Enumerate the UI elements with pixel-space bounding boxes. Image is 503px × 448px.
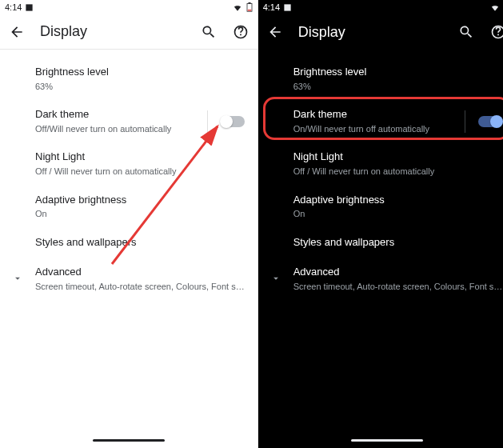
item-title: Dark theme bbox=[293, 108, 461, 122]
status-time: 4:14 bbox=[5, 2, 22, 12]
item-subtitle: Screen timeout, Auto-rotate screen, Colo… bbox=[293, 281, 503, 292]
help-button[interactable] bbox=[232, 23, 250, 41]
item-subtitle: On bbox=[35, 208, 245, 219]
nav-pill[interactable] bbox=[351, 439, 423, 442]
search-button[interactable] bbox=[457, 23, 475, 41]
back-button[interactable] bbox=[266, 23, 284, 41]
help-button[interactable] bbox=[489, 23, 503, 41]
svg-rect-0 bbox=[26, 4, 33, 10]
app-bar: Display bbox=[0, 14, 257, 50]
item-title: Dark theme bbox=[35, 108, 202, 122]
back-button[interactable] bbox=[8, 23, 26, 41]
item-subtitle: Off / Will never turn on automatically bbox=[293, 166, 503, 177]
phone-light: 4:14 Display Brightness level 63% bbox=[0, 0, 257, 448]
dark-theme-toggle[interactable] bbox=[221, 116, 245, 127]
item-subtitle: Off / Will never turn on automatically bbox=[35, 166, 245, 177]
item-subtitle: Screen timeout, Auto-rotate screen, Colo… bbox=[35, 281, 245, 292]
chevron-down-icon bbox=[11, 272, 24, 285]
item-title: Styles and wallpapers bbox=[35, 236, 245, 250]
dark-theme-item[interactable]: Dark theme On/Will never turn off automa… bbox=[258, 100, 503, 142]
night-light-item[interactable]: Night Light Off / Will never turn on aut… bbox=[258, 142, 503, 185]
screenshot-icon bbox=[25, 3, 34, 12]
item-subtitle: On/Will never turn off automatically bbox=[293, 123, 461, 134]
app-bar: Display bbox=[258, 14, 503, 50]
brightness-item[interactable]: Brightness level 63% bbox=[258, 58, 503, 100]
item-title: Advanced bbox=[35, 266, 245, 279]
dark-theme-toggle[interactable] bbox=[478, 116, 502, 127]
adaptive-brightness-item[interactable]: Adaptive brightness On bbox=[0, 186, 257, 228]
item-subtitle: 63% bbox=[293, 81, 503, 92]
settings-list: Brightness level 63% Dark theme Off/Will… bbox=[0, 50, 257, 300]
item-title: Brightness level bbox=[35, 66, 245, 79]
battery-icon bbox=[246, 2, 253, 12]
search-button[interactable] bbox=[200, 23, 218, 41]
settings-list: Brightness level 63% Dark theme On/Will … bbox=[258, 50, 503, 300]
wifi-icon bbox=[232, 3, 243, 12]
item-subtitle: Off/Will never turn on automatically bbox=[35, 123, 202, 134]
advanced-item[interactable]: Advanced Screen timeout, Auto-rotate scr… bbox=[0, 258, 257, 300]
phone-dark: 4:14 Display Brightness level 63% bbox=[258, 0, 503, 448]
item-subtitle: On bbox=[293, 208, 503, 219]
screenshot-icon bbox=[283, 3, 292, 12]
styles-wallpapers-item[interactable]: Styles and wallpapers bbox=[258, 228, 503, 258]
item-title: Styles and wallpapers bbox=[293, 236, 503, 250]
night-light-item[interactable]: Night Light Off / Will never turn on aut… bbox=[0, 142, 257, 185]
svg-rect-3 bbox=[247, 10, 251, 11]
item-title: Brightness level bbox=[293, 66, 503, 79]
item-title: Adaptive brightness bbox=[293, 194, 503, 207]
advanced-item[interactable]: Advanced Screen timeout, Auto-rotate scr… bbox=[258, 258, 503, 300]
svg-rect-2 bbox=[248, 2, 250, 4]
status-bar: 4:14 bbox=[0, 0, 257, 14]
item-title: Advanced bbox=[293, 266, 503, 279]
item-title: Night Light bbox=[293, 150, 503, 164]
divider bbox=[465, 110, 465, 133]
svg-rect-5 bbox=[284, 4, 290, 10]
status-bar: 4:14 bbox=[258, 0, 503, 14]
dark-theme-item[interactable]: Dark theme Off/Will never turn on automa… bbox=[0, 100, 257, 142]
item-title: Adaptive brightness bbox=[35, 194, 245, 207]
page-title: Display bbox=[298, 24, 444, 41]
page-title: Display bbox=[40, 23, 186, 40]
status-time: 4:14 bbox=[263, 2, 280, 12]
divider bbox=[207, 110, 208, 133]
chevron-down-icon bbox=[269, 272, 282, 285]
styles-wallpapers-item[interactable]: Styles and wallpapers bbox=[0, 228, 257, 258]
brightness-item[interactable]: Brightness level 63% bbox=[0, 58, 257, 100]
nav-pill[interactable] bbox=[93, 439, 165, 442]
wifi-icon bbox=[489, 3, 501, 12]
item-subtitle: 63% bbox=[35, 81, 245, 92]
item-title: Night Light bbox=[35, 150, 245, 164]
adaptive-brightness-item[interactable]: Adaptive brightness On bbox=[258, 186, 503, 228]
